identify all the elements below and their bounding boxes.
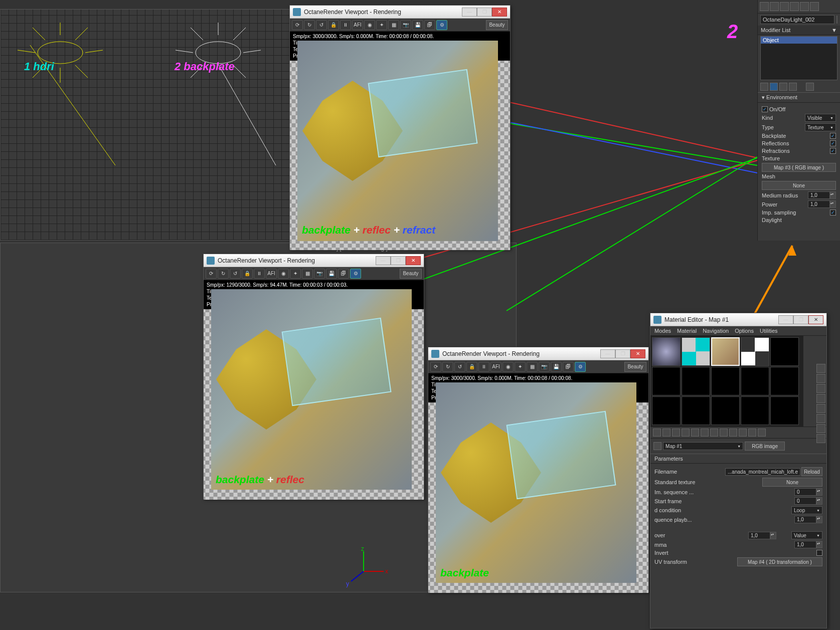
pick-icon[interactable] (653, 442, 661, 450)
close-button[interactable]: ✕ (808, 315, 823, 324)
minimize-button[interactable]: — (600, 349, 615, 358)
imp-sampling-checkbox[interactable]: ✓ (830, 209, 836, 216)
material-slot[interactable] (682, 337, 710, 366)
titlebar[interactable]: OctaneRender Viewport - Rendering —❐✕ (428, 347, 648, 360)
configure-icon[interactable] (806, 83, 814, 91)
video-check-icon[interactable] (816, 404, 825, 413)
close-button[interactable]: ✕ (630, 349, 645, 358)
camera-icon[interactable]: 📷 (314, 269, 325, 279)
save-icon[interactable]: 💾 (551, 362, 562, 372)
motion-tab-icon[interactable] (790, 2, 799, 11)
material-slot[interactable] (652, 396, 681, 425)
reset-icon[interactable]: ↺ (230, 269, 241, 279)
parameters-rollout[interactable]: Parameters (650, 454, 826, 464)
material-slot[interactable] (770, 367, 799, 395)
octane-window-1[interactable]: OctaneRender Viewport - Rendering — ❐ ✕ … (289, 5, 511, 250)
settings-icon[interactable]: ⚙ (575, 362, 586, 372)
minimize-button[interactable]: — (778, 315, 793, 324)
over-spinner[interactable] (748, 532, 770, 539)
maximize-button[interactable]: ❐ (793, 315, 808, 324)
minimize-button[interactable]: — (462, 8, 477, 17)
refresh-icon[interactable]: ⟳ (430, 362, 441, 372)
display-tab-icon[interactable] (800, 2, 809, 11)
focus-icon[interactable]: ✦ (515, 362, 526, 372)
pass-dropdown[interactable]: Beauty (624, 362, 646, 372)
mat-id-icon[interactable] (720, 429, 728, 437)
kind-dropdown[interactable]: Visible (805, 114, 836, 122)
std-texture-button[interactable]: None (762, 478, 822, 487)
backplate-checkbox[interactable]: ✓ (830, 133, 836, 139)
condition-dropdown[interactable]: Loop (791, 506, 822, 514)
medium-radius-spinner[interactable] (808, 191, 830, 199)
bitmap-icon[interactable] (816, 434, 825, 443)
go-parent-icon[interactable] (748, 429, 756, 437)
octane-window-3[interactable]: OctaneRender Viewport - Rendering —❐✕ ⟳↻… (428, 347, 649, 592)
put-to-library-icon[interactable] (710, 429, 718, 437)
copy-icon[interactable]: 🗐 (424, 20, 435, 30)
afi-button[interactable]: AFI (266, 269, 277, 279)
value-dropdown[interactable]: Value (791, 531, 822, 539)
hierarchy-tab-icon[interactable] (780, 2, 789, 11)
reset-map-icon[interactable] (682, 429, 690, 437)
spinner-buttons[interactable]: ▴▾ (830, 200, 836, 208)
backlight-icon[interactable] (816, 374, 825, 383)
menu-navigation[interactable]: Navigation (703, 328, 729, 334)
settings-icon[interactable]: ⚙ (436, 20, 447, 30)
material-slot[interactable] (682, 396, 710, 425)
minimize-button[interactable]: — (376, 256, 391, 265)
render-area[interactable]: backplate + reflec + refract (290, 61, 510, 250)
make-unique-icon[interactable] (779, 83, 787, 91)
create-tab-icon[interactable] (760, 2, 769, 11)
material-slot-selected[interactable] (711, 337, 740, 366)
material-slot[interactable] (741, 396, 769, 425)
maximize-button[interactable]: ❐ (391, 256, 406, 265)
sample-uv-icon[interactable] (816, 394, 825, 403)
titlebar[interactable]: OctaneRender Viewport - Rendering —❐✕ (204, 254, 424, 267)
assign-icon[interactable] (672, 429, 680, 437)
reset-icon[interactable]: ↺ (454, 362, 465, 372)
menu-modes[interactable]: Modes (654, 328, 671, 334)
reload-icon[interactable]: ↻ (304, 20, 315, 30)
power-spinner[interactable] (808, 200, 830, 208)
utilities-tab-icon[interactable] (810, 2, 819, 11)
material-slot[interactable] (770, 396, 799, 425)
camera-icon[interactable]: 📷 (539, 362, 550, 372)
pass-dropdown[interactable]: Beauty (486, 20, 508, 30)
picker-icon[interactable]: ◉ (278, 269, 289, 279)
make-copy-icon[interactable] (691, 429, 699, 437)
refresh-icon[interactable]: ⟳ (206, 269, 217, 279)
save-icon[interactable]: 💾 (326, 269, 337, 279)
texture-map-button[interactable]: Map #3 ( RGB image ) (762, 163, 836, 172)
lock-icon[interactable]: 🔒 (466, 362, 477, 372)
menu-material[interactable]: Material (677, 328, 697, 334)
picker-icon[interactable]: ◉ (502, 362, 514, 372)
type-dropdown[interactable]: Texture (805, 123, 836, 131)
reload-icon[interactable]: ↻ (218, 269, 229, 279)
material-slot[interactable] (682, 367, 710, 395)
get-material-icon[interactable] (653, 429, 661, 437)
show-end-icon[interactable] (739, 429, 747, 437)
gamma-spinner[interactable] (794, 541, 816, 548)
map-name-dropdown[interactable]: Map #1 (663, 442, 743, 450)
copy-icon[interactable]: 🗐 (563, 362, 574, 372)
spinner-buttons[interactable]: ▴▾ (830, 191, 836, 199)
reflections-checkbox[interactable]: ✓ (830, 140, 836, 146)
onoff-checkbox[interactable]: ✓ (762, 106, 768, 112)
material-editor-window[interactable]: Material Editor - Map #1 —❐✕ Modes Mater… (650, 313, 827, 628)
object-name-input[interactable] (760, 15, 834, 24)
show-map-icon[interactable] (729, 429, 737, 437)
modifier-stack[interactable]: Object (760, 36, 837, 80)
region-icon[interactable]: ▦ (302, 269, 313, 279)
region-icon[interactable]: ▦ (388, 20, 399, 30)
filename-input[interactable] (725, 468, 800, 476)
render-area[interactable]: backplate (428, 402, 648, 593)
background-icon[interactable] (816, 384, 825, 393)
reload-icon[interactable]: ↻ (442, 362, 453, 372)
start-frame-spinner[interactable] (794, 497, 816, 505)
remove-modifier-icon[interactable] (789, 83, 797, 91)
lock-icon[interactable]: 🔒 (242, 269, 253, 279)
color-swatch[interactable] (836, 16, 837, 24)
material-slot[interactable] (652, 337, 681, 366)
region-icon[interactable]: ▦ (527, 362, 538, 372)
reload-button[interactable]: Reload (801, 467, 822, 476)
